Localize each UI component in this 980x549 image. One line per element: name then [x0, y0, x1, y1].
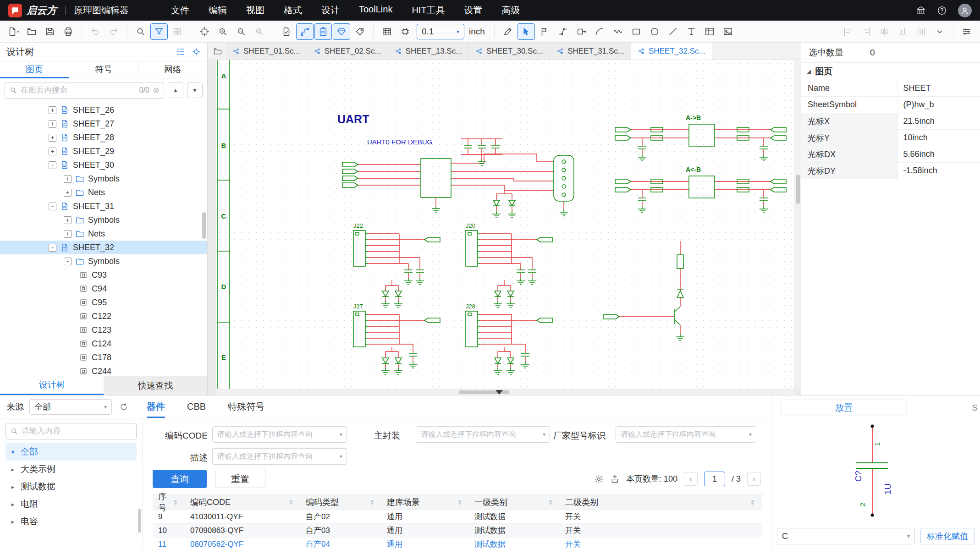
- panel-bottom-tab[interactable]: 快速查找: [104, 376, 207, 395]
- package-filter[interactable]: ▾: [416, 426, 550, 443]
- tree-tab[interactable]: 网络: [138, 61, 207, 78]
- settings-icon[interactable]: [594, 474, 604, 484]
- sheet-tab[interactable]: SHEET_13.Sc...: [388, 43, 469, 60]
- sort-icon[interactable]: [370, 500, 374, 505]
- vscroll-thumb[interactable]: [796, 175, 800, 204]
- wave-tool-button[interactable]: [609, 23, 627, 40]
- place-symbol-button[interactable]: [396, 23, 414, 40]
- grid-settings-button[interactable]: [378, 23, 396, 40]
- mfr-filter-input[interactable]: [621, 430, 744, 439]
- sheet-tab[interactable]: SHEET_32.Sc...: [631, 43, 712, 60]
- sheet-tab[interactable]: SHEET_02.Sc...: [307, 43, 388, 60]
- place-button[interactable]: 放置: [781, 400, 907, 416]
- tree-expander[interactable]: +: [64, 230, 72, 238]
- sheet-tab[interactable]: SHEET_31.Sc...: [550, 43, 631, 60]
- menu-item[interactable]: 设计: [321, 4, 340, 16]
- tag-button[interactable]: [351, 23, 369, 40]
- tree-expander[interactable]: -: [49, 244, 56, 252]
- help-icon[interactable]: [937, 5, 947, 16]
- code-filter[interactable]: ▾: [212, 426, 347, 443]
- tree-row[interactable]: - SHEET_32: [0, 241, 207, 254]
- align-left-button[interactable]: [839, 23, 857, 40]
- route-mode-button[interactable]: [296, 23, 314, 40]
- next-page-button[interactable]: ›: [747, 472, 761, 486]
- net-flag-button[interactable]: [536, 23, 553, 40]
- circle-tool-button[interactable]: [646, 23, 663, 40]
- tree-row[interactable]: + SHEET_29: [0, 144, 207, 158]
- schematic-sheet[interactable]: A B C D E UART UART0 FOR DEBUG A->B A<-B…: [216, 60, 794, 389]
- tree-expander[interactable]: -: [64, 258, 72, 265]
- category-item[interactable]: ▸ 电阻: [6, 495, 137, 513]
- category-item[interactable]: ▸ 大类示例: [6, 461, 137, 478]
- property-value[interactable]: 21.5inch: [898, 113, 980, 129]
- page-input[interactable]: 1: [704, 472, 725, 486]
- category-scrollbar[interactable]: [138, 509, 141, 533]
- clear-search-icon[interactable]: ⊗: [153, 85, 160, 95]
- zoom-out-button[interactable]: [232, 23, 250, 40]
- tree-tab[interactable]: 符号: [69, 61, 138, 78]
- collapse-handle[interactable]: [496, 390, 503, 395]
- query-button[interactable]: 查询: [153, 470, 207, 488]
- tree-row[interactable]: C95: [0, 296, 207, 309]
- table-row[interactable]: 9 41030011-QYF 自产02 通用 测试数据 开关: [153, 510, 762, 524]
- refresh-icon[interactable]: [119, 402, 128, 412]
- sort-icon[interactable]: [549, 500, 552, 505]
- canvas-vscrollbar[interactable]: [795, 60, 801, 389]
- save-button[interactable]: [41, 23, 59, 40]
- user-avatar[interactable]: [958, 4, 972, 17]
- toolbar-settings-button[interactable]: [958, 23, 975, 40]
- line-tool-button[interactable]: [664, 23, 682, 40]
- tree-expander[interactable]: +: [49, 120, 56, 128]
- image-tool-button[interactable]: [719, 23, 737, 40]
- align-bottom-button[interactable]: [894, 23, 912, 40]
- tree-row[interactable]: + SHEET_28: [0, 131, 207, 144]
- menu-item[interactable]: 设置: [464, 4, 483, 16]
- mfr-filter[interactable]: ▾: [616, 426, 756, 443]
- prev-page-button[interactable]: ‹: [684, 472, 698, 486]
- zoom-fit-button[interactable]: [196, 23, 213, 40]
- tree-expander[interactable]: +: [49, 106, 56, 114]
- port-tool-button[interactable]: [573, 23, 590, 40]
- column-header[interactable]: 编码CODE: [185, 495, 300, 510]
- column-header[interactable]: 编码类型: [300, 495, 381, 510]
- undo-button[interactable]: [87, 23, 104, 40]
- tree-row[interactable]: + Symbols: [0, 213, 207, 227]
- sort-icon[interactable]: [751, 500, 754, 505]
- sheet-tab[interactable]: SHEET_01.Sc...: [226, 43, 307, 60]
- tree-row[interactable]: C244: [0, 364, 207, 376]
- arc-tool-button[interactable]: [591, 23, 608, 40]
- package-filter-input[interactable]: [421, 430, 538, 439]
- sheet-tab[interactable]: SHEET_30.Sc...: [469, 43, 550, 60]
- section-header-sheet[interactable]: ◢ 图页: [801, 63, 980, 80]
- menu-item[interactable]: 编辑: [209, 4, 227, 16]
- column-header[interactable]: 建库场景: [381, 495, 469, 510]
- source-select[interactable]: 全部 ▾: [29, 399, 112, 415]
- align-right-button[interactable]: [858, 23, 875, 40]
- code-filter-input[interactable]: [217, 430, 335, 439]
- tree-expander[interactable]: -: [49, 203, 56, 210]
- column-header[interactable]: 序号: [153, 495, 185, 510]
- tree-tab[interactable]: 图页: [0, 61, 69, 78]
- category-item[interactable]: ▸ 测试数据: [6, 478, 137, 495]
- desc-filter-input[interactable]: [217, 452, 335, 461]
- menu-item[interactable]: 格式: [284, 4, 302, 16]
- tree-row[interactable]: C123: [0, 323, 207, 337]
- tree-row[interactable]: + Nets: [0, 227, 207, 241]
- reset-button[interactable]: 重置: [215, 470, 265, 488]
- menu-item[interactable]: 文件: [171, 4, 189, 16]
- design-check-button[interactable]: [278, 23, 295, 40]
- tree-row[interactable]: C93: [0, 268, 207, 282]
- prev-match-button[interactable]: ▲: [168, 82, 183, 98]
- collapse-all-icon[interactable]: [176, 47, 185, 56]
- search-button[interactable]: [132, 23, 149, 40]
- highlight-net-button[interactable]: [333, 23, 350, 40]
- menu-item[interactable]: HIT工具: [412, 4, 445, 16]
- tree-row[interactable]: - Symbols: [0, 254, 207, 268]
- text-tool-button[interactable]: [683, 23, 700, 40]
- library-tab[interactable]: 特殊符号: [228, 395, 264, 418]
- tree-search[interactable]: 0/0 ⊗: [5, 82, 164, 99]
- tree-row[interactable]: + SHEET_26: [0, 103, 207, 117]
- check-list-button[interactable]: [314, 23, 332, 40]
- org-icon[interactable]: [916, 5, 926, 16]
- column-header[interactable]: 二级类别: [560, 495, 762, 510]
